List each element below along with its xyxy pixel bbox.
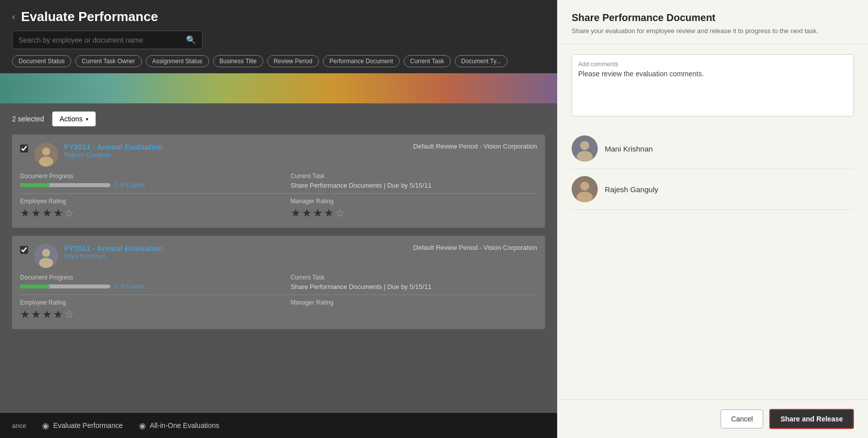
comments-text[interactable]: Please review the evaluation comments.: [578, 70, 847, 110]
record-divider-1: [20, 193, 537, 194]
banner-area: [0, 73, 557, 103]
filter-chip-assignment-status[interactable]: Assignment Status: [146, 55, 209, 67]
eye-icon-2: ◉: [139, 421, 146, 430]
progress-bar-bg-2: [20, 284, 110, 288]
manager-rating-label-2: Manager Rating: [291, 299, 538, 306]
manager-rating-section-1: Manager Rating ★★★★☆: [291, 198, 538, 220]
manager-rating-label-1: Manager Rating: [291, 198, 538, 205]
record-name-1: Rajesh Ganguly: [64, 151, 407, 159]
doc-progress-section-2: Document Progress 2 of 6 tasks: [20, 274, 267, 290]
share-and-release-button[interactable]: Share and Release: [769, 409, 854, 429]
svg-point-8: [577, 151, 593, 162]
filter-chip-performance-document[interactable]: Performance Document: [323, 55, 400, 67]
current-task-text-1: Share Performance Documents | Due by 5/1…: [291, 182, 538, 189]
progress-text-2: 2 of 6 tasks: [114, 283, 145, 290]
record-info-1: FY2011 - Annual Evaluation Rajesh Gangul…: [64, 142, 407, 159]
record-title-2[interactable]: FY2011 - Annual Evaluation: [64, 244, 407, 252]
right-panel-header: Share Performance Document Share your ev…: [558, 0, 868, 44]
filter-chip-review-period[interactable]: Review Period: [267, 55, 319, 67]
actions-button[interactable]: Actions ▾: [52, 111, 96, 126]
review-period-2: Default Review Period - Vision Corporati…: [413, 244, 537, 251]
filter-chip-current-task[interactable]: Current Task: [404, 55, 451, 67]
avatar-2: [34, 244, 58, 268]
back-button[interactable]: ‹: [12, 12, 15, 22]
recipient-avatar-2: [572, 176, 598, 202]
record-name-2: Mani Krishnan: [64, 252, 407, 260]
svg-point-2: [39, 157, 53, 167]
record-card-2: FY2011 - Annual Evaluation Mani Krishnan…: [12, 236, 545, 329]
recipient-row-1: Mani Krishnan: [572, 128, 854, 169]
record-card-1: FY2011 - Annual Evaluation Rajesh Gangul…: [12, 134, 545, 228]
svg-point-4: [42, 249, 50, 257]
filter-chip-current-task-owner[interactable]: Current Task Owner: [75, 55, 141, 67]
record-ratings-1: Employee Rating ★★★★☆ Manager Rating ★★★…: [20, 198, 537, 220]
search-bar-row: 🔍: [0, 31, 557, 55]
recipient-avatar-1: [572, 135, 598, 162]
bottom-nav-evaluate[interactable]: ◉ Evaluate Performance: [42, 421, 123, 430]
svg-point-10: [580, 182, 589, 191]
filter-chips-row: Document Status Current Task Owner Assig…: [0, 55, 557, 73]
right-panel-title: Share Performance Document: [572, 12, 854, 24]
progress-bar-bg-1: [20, 183, 110, 187]
cancel-button[interactable]: Cancel: [721, 409, 764, 428]
doc-progress-label-2: Document Progress: [20, 274, 267, 281]
svg-point-11: [577, 192, 593, 202]
left-panel: ‹ Evaluate Performance 🔍 Document Status…: [0, 0, 557, 438]
bottom-nav: ance ◉ Evaluate Performance ◉ All-in-One…: [0, 413, 557, 438]
review-period-1: Default Review Period - Vision Corporati…: [413, 142, 537, 150]
comments-box: Add comments Please review the evaluatio…: [572, 54, 854, 116]
search-icon: 🔍: [186, 35, 196, 45]
content-overlay: 2 selected Actions ▾: [0, 103, 557, 438]
progress-bar-wrap-2: 2 of 6 tasks: [20, 283, 267, 290]
bottom-nav-evaluate-label: Evaluate Performance: [53, 421, 123, 429]
doc-progress-section-1: Document Progress 2 of 6 tasks: [20, 173, 267, 189]
avatar-1: [34, 142, 58, 167]
record-checkbox-1[interactable]: [20, 144, 28, 153]
employee-stars-2: ★★★★☆: [20, 308, 267, 321]
svg-point-5: [39, 258, 53, 268]
page-header: ‹ Evaluate Performance: [0, 0, 557, 31]
svg-point-7: [580, 141, 589, 150]
manager-rating-section-2: Manager Rating: [291, 299, 538, 321]
selected-count: 2 selected: [12, 115, 44, 123]
bottom-nav-allinone[interactable]: ◉ All-in-One Evaluations: [139, 421, 220, 430]
right-panel-subtitle: Share your evaluation for employee revie…: [572, 27, 854, 36]
current-task-section-2: Current Task Share Performance Documents…: [291, 274, 538, 290]
employee-rating-section-2: Employee Rating ★★★★☆: [20, 299, 267, 321]
selection-bar: 2 selected Actions ▾: [12, 111, 545, 126]
record-details-1: Document Progress 2 of 6 tasks Current T…: [20, 173, 537, 189]
filter-chip-document-type[interactable]: Document Ty...: [455, 55, 508, 67]
record-checkbox-2[interactable]: [20, 246, 28, 254]
actions-label: Actions: [60, 115, 83, 123]
doc-progress-label-1: Document Progress: [20, 173, 267, 180]
current-task-section-1: Current Task Share Performance Documents…: [291, 173, 538, 189]
recipient-row-2: Rajesh Ganguly: [572, 169, 854, 210]
progress-bar-fill-2: [20, 284, 50, 288]
recipient-name-1: Mani Krishnan: [605, 144, 653, 153]
svg-point-1: [42, 148, 50, 156]
filter-chip-business-title[interactable]: Business Title: [213, 55, 263, 67]
comments-label: Add comments: [578, 61, 847, 68]
checkbox-wrap-1: [20, 144, 28, 153]
record-details-2: Document Progress 2 of 6 tasks Current T…: [20, 274, 537, 290]
manager-stars-1: ★★★★☆: [291, 207, 538, 220]
current-task-label-1: Current Task: [291, 173, 538, 180]
record-ratings-2: Employee Rating ★★★★☆ Manager Rating: [20, 299, 537, 321]
search-input[interactable]: [19, 36, 182, 44]
record-header-2: FY2011 - Annual Evaluation Mani Krishnan…: [20, 244, 537, 268]
employee-rating-label-2: Employee Rating: [20, 299, 267, 306]
record-title-1[interactable]: FY2011 - Annual Evaluation: [64, 142, 407, 151]
page-title: Evaluate Performance: [21, 9, 158, 25]
progress-bar-wrap-1: 2 of 6 tasks: [20, 182, 267, 189]
record-info-2: FY2011 - Annual Evaluation Mani Krishnan: [64, 244, 407, 260]
record-header-1: FY2011 - Annual Evaluation Rajesh Gangul…: [20, 142, 537, 167]
actions-caret-icon: ▾: [86, 116, 88, 122]
employee-rating-section-1: Employee Rating ★★★★☆: [20, 198, 267, 220]
progress-text-1: 2 of 6 tasks: [114, 182, 145, 189]
eye-icon-1: ◉: [42, 421, 49, 430]
search-bar-container: 🔍: [12, 31, 203, 49]
filter-chip-document-status[interactable]: Document Status: [12, 55, 71, 67]
checkbox-wrap-2: [20, 246, 28, 254]
record-divider-2: [20, 295, 537, 295]
employee-rating-label-1: Employee Rating: [20, 198, 267, 205]
